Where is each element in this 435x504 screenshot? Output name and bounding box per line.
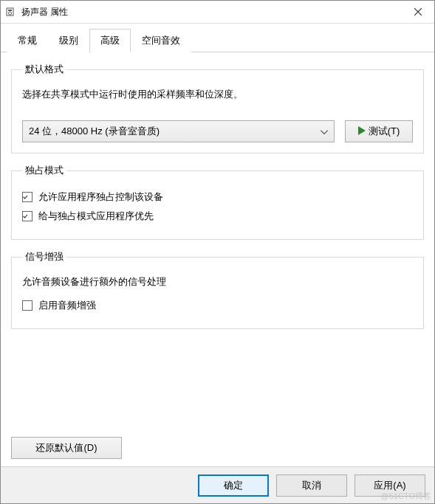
group-signal-enhance: 信号增强 允许音频设备进行额外的信号处理 启用音频增强 <box>11 250 424 329</box>
cancel-button[interactable]: 取消 <box>276 474 347 497</box>
ok-button[interactable]: 确定 <box>198 474 269 497</box>
test-button-label: 测试(T) <box>369 125 400 138</box>
close-icon <box>414 8 422 15</box>
checkbox-exclusive-priority[interactable] <box>22 211 32 221</box>
default-format-desc: 选择在共享模式中运行时使用的采样频率和位深度。 <box>22 88 413 101</box>
restore-defaults-button[interactable]: 还原默认值(D) <box>11 437 122 459</box>
label-enable-enhance: 启用音频增强 <box>38 299 96 312</box>
format-select[interactable]: 24 位，48000 Hz (录音室音质) <box>22 120 335 142</box>
chevron-down-icon <box>321 126 328 137</box>
legend-enhance: 信号增强 <box>22 250 66 263</box>
close-button[interactable] <box>401 1 434 24</box>
tab-strip: 常规 级别 高级 空间音效 <box>1 24 434 52</box>
tab-general[interactable]: 常规 <box>7 29 48 52</box>
label-allow-exclusive: 允许应用程序独占控制该设备 <box>38 190 163 204</box>
tab-levels[interactable]: 级别 <box>48 29 89 52</box>
speaker-icon <box>5 6 17 18</box>
watermark: @51CTO博客 <box>381 491 431 502</box>
checkbox-enable-enhance[interactable] <box>22 300 32 311</box>
window-title: 扬声器 属性 <box>21 6 68 18</box>
test-button[interactable]: 测试(T) <box>345 120 413 142</box>
enhance-desc: 允许音频设备进行额外的信号处理 <box>22 275 413 289</box>
legend-default-format: 默认格式 <box>22 63 66 76</box>
format-select-value: 24 位，48000 Hz (录音室音质) <box>29 125 160 138</box>
tab-spatial[interactable]: 空间音效 <box>131 29 191 52</box>
properties-dialog: 扬声器 属性 常规 级别 高级 空间音效 默认格式 选择在共享模式中运行时使用的… <box>0 0 435 504</box>
tab-advanced[interactable]: 高级 <box>89 29 131 52</box>
svg-point-2 <box>9 12 12 15</box>
svg-rect-1 <box>8 10 12 11</box>
dialog-footer: 确定 取消 应用(A) <box>1 466 434 503</box>
label-exclusive-priority: 给与独占模式应用程序优先 <box>38 210 154 223</box>
legend-exclusive: 独占模式 <box>22 164 66 177</box>
titlebar: 扬声器 属性 <box>1 1 434 24</box>
group-default-format: 默认格式 选择在共享模式中运行时使用的采样频率和位深度。 24 位，48000 … <box>11 63 424 153</box>
tab-content: 默认格式 选择在共享模式中运行时使用的采样频率和位深度。 24 位，48000 … <box>1 52 434 466</box>
checkbox-allow-exclusive[interactable] <box>22 192 32 202</box>
play-icon <box>358 126 366 137</box>
group-exclusive-mode: 独占模式 允许应用程序独占控制该设备 给与独占模式应用程序优先 <box>11 164 424 240</box>
